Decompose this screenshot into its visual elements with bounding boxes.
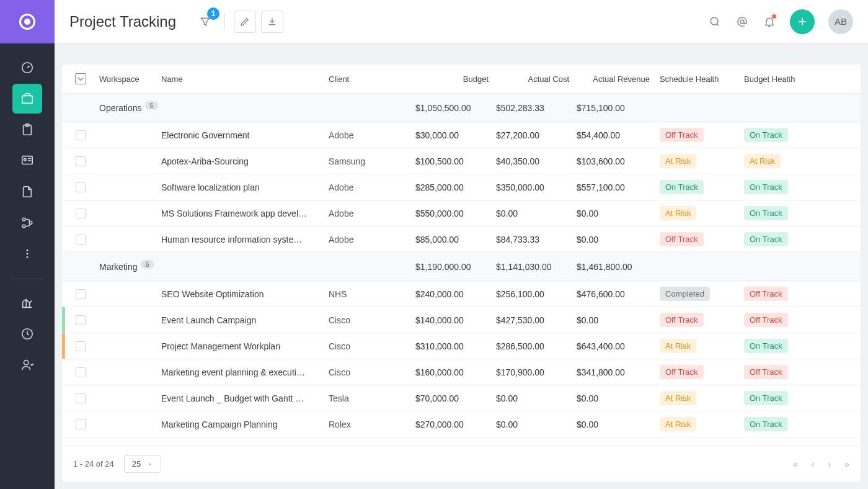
col-budget-health[interactable]: Budget Health [744,73,843,84]
table-row[interactable]: Human resource information syste… Adobe … [62,227,861,253]
table-row[interactable]: Apotex-Ariba-Sourcing Samsung $100,500.0… [62,148,861,174]
budget-health-tag: On Track [744,339,788,353]
pagination: 1 - 24 of 24 25 « ‹ › » [62,446,861,482]
page-first[interactable]: « [793,459,798,469]
project-name[interactable]: Event Launch Campaign [161,315,329,325]
nav-tasks[interactable] [12,115,42,145]
actual-revenue-cell: $0.00 [577,209,657,218]
project-name[interactable]: Human resource information syste… [161,235,329,244]
schedule-health-tag: Off Track [660,232,704,246]
add-button[interactable] [790,9,815,34]
client-name: Adobe [329,209,415,218]
project-name[interactable]: MS Solutions Framework app devel… [161,209,329,218]
budget-cell: $285,000.00 [415,182,496,192]
nav-docs[interactable] [12,177,42,207]
page-last[interactable]: » [844,459,849,469]
page-prev[interactable]: ‹ [812,459,815,469]
nav-projects[interactable] [12,84,42,114]
row-checkbox[interactable] [76,367,86,377]
row-checkbox[interactable] [76,315,86,325]
filter-button[interactable]: 1 [195,11,216,32]
table-row[interactable]: Event Launch Campaign Cisco $140,000.00 … [62,307,861,333]
nav-time[interactable] [12,319,42,349]
budget-health-tag: Off Track [744,365,788,379]
notifications-icon[interactable] [763,15,776,29]
mentions-icon[interactable] [735,15,749,29]
project-name[interactable]: Apotex-Ariba-Sourcing [161,156,329,166]
actual-cost-cell: $350,000.00 [496,182,577,192]
budget-health-tag: On Track [744,391,788,405]
edit-button[interactable] [234,11,256,33]
search-icon[interactable] [708,15,722,29]
schedule-health-tag: Completed [660,287,710,301]
svg-point-10 [27,253,29,255]
col-client[interactable]: Client [329,73,415,84]
row-checkbox[interactable] [76,182,86,192]
nav-dashboard[interactable] [12,53,42,83]
select-all-checkbox[interactable] [75,73,86,84]
table-row[interactable]: SEO Website Optimization NHS $240,000.00… [62,281,861,307]
project-name[interactable]: Marketing event planning & executi… [161,367,329,377]
client-name: Samsung [329,156,415,166]
row-checkbox[interactable] [76,209,86,218]
table-row[interactable]: MS Solutions Framework app devel… Adobe … [62,200,861,227]
table-row[interactable]: Marketing Campaign Planning Rolex $270,0… [62,411,861,437]
budget-cell: $30,000.00 [415,130,496,140]
row-checkbox[interactable] [76,156,86,166]
col-workspace[interactable]: Workspace [99,73,161,84]
client-name: Cisco [329,367,415,377]
row-checkbox[interactable] [76,130,86,140]
project-name[interactable]: Marketing Campaign Planning [161,419,329,429]
col-budget[interactable]: Budget [415,73,496,84]
download-button[interactable] [261,11,283,33]
svg-rect-1 [22,96,33,103]
table-row[interactable]: Marketing event planning & executi… Cisc… [62,359,861,385]
svg-point-5 [24,158,27,161]
table-row[interactable]: Electronic Government Adobe $30,000.00 $… [62,122,861,148]
sidebar [0,0,55,489]
page-size-select[interactable]: 25 [124,455,161,473]
col-actual-cost[interactable]: Actual Cost [496,73,577,84]
project-name[interactable]: Event Launch _ Budget with Gantt … [161,393,329,403]
budget-cell: $140,000.00 [415,315,496,325]
budget-cell: $270,000.00 [415,419,496,429]
project-name[interactable]: SEO Website Optimization [161,289,329,299]
nav-people[interactable] [12,350,42,380]
topbar: Project Tracking 1 [55,0,868,43]
nav-board[interactable] [12,146,42,176]
budget-health-tag: On Track [744,206,788,220]
nav-workflows[interactable] [12,208,42,238]
project-name[interactable]: Electronic Government [161,130,329,140]
page-next[interactable]: › [828,459,831,469]
budget-health-tag: At Risk [744,154,781,168]
notification-dot [772,14,776,19]
row-checkbox[interactable] [76,419,86,429]
budget-cell: $85,000.00 [415,235,496,244]
group-row[interactable]: Marketing6 $1,190,000.00 $1,141,030.00 $… [62,253,861,281]
client-name: Cisco [329,315,415,325]
user-avatar[interactable]: AB [828,9,853,34]
row-checkbox[interactable] [76,341,86,351]
nav-analytics[interactable] [12,288,42,318]
col-name[interactable]: Name [161,73,329,84]
budget-cell: $550,000.00 [415,209,496,218]
table-row[interactable]: Project Management Workplan Cisco $310,0… [62,333,861,359]
actual-cost-cell: $0.00 [496,393,577,403]
project-name[interactable]: Project Management Workplan [161,341,329,351]
row-checkbox[interactable] [76,235,86,244]
svg-point-14 [711,17,718,25]
project-name[interactable]: Software localization plan [161,182,329,192]
col-schedule-health[interactable]: Schedule Health [657,73,744,84]
actual-revenue-cell: $0.00 [577,235,657,244]
row-checkbox[interactable] [76,393,86,403]
nav-more[interactable] [12,239,42,269]
actual-cost-cell: $427,530.00 [496,315,577,325]
table-row[interactable]: Software localization plan Adobe $285,00… [62,174,861,200]
row-checkbox[interactable] [76,289,86,299]
logo[interactable] [0,0,55,43]
svg-point-15 [740,20,744,24]
col-actual-revenue[interactable]: Actual Revenue [577,73,657,84]
group-row[interactable]: Operations5 $1,050,500.00 $502,283.33 $7… [62,94,861,122]
client-name: Cisco [329,341,415,351]
table-row[interactable]: Event Launch _ Budget with Gantt … Tesla… [62,385,861,411]
